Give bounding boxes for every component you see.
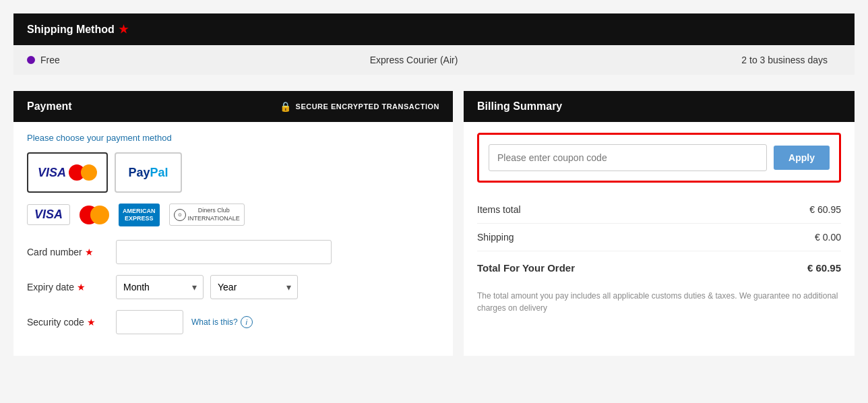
total-label: Total For Your Order: [477, 262, 575, 274]
what-is-this-text: What is this?: [191, 317, 238, 327]
billing-header: Billing Summary: [464, 91, 855, 122]
year-select[interactable]: Year 202420252026 2027202820292030: [210, 275, 298, 299]
lower-container: Payment 🔒 SECURE ENCRYPTED TRANSACTION P…: [13, 91, 855, 356]
card-req-star: ★: [85, 247, 94, 257]
shipping-type: Free: [40, 55, 60, 65]
billing-body: Apply Items total € 60.95 Shipping € 0.0…: [464, 122, 855, 325]
billing-shipping-value: € 0.00: [815, 232, 841, 243]
radio-dot: [27, 56, 35, 64]
expiry-label: Expiry date ★: [27, 282, 108, 292]
lock-icon: 🔒: [280, 101, 292, 112]
security-code-row: Security code ★ What is this? i: [27, 310, 439, 334]
security-code-input[interactable]: [116, 310, 183, 334]
visa-mc-logo: VISA: [38, 164, 97, 181]
shipping-title: Shipping Method: [27, 24, 115, 36]
items-total-row: Items total € 60.95: [477, 196, 841, 224]
security-label: Security code ★: [27, 317, 108, 328]
coupon-input[interactable]: [489, 144, 767, 171]
payment-header: Payment 🔒 SECURE ENCRYPTED TRANSACTION: [13, 91, 453, 122]
billing-shipping-row: Shipping € 0.00: [477, 224, 841, 251]
shipping-radio-label[interactable]: Free: [27, 55, 189, 65]
paypal-option[interactable]: PayPal: [115, 152, 182, 193]
items-total-label: Items total: [477, 204, 521, 215]
secure-badge: 🔒 SECURE ENCRYPTED TRANSACTION: [280, 101, 439, 112]
expiry-req-star: ★: [77, 282, 86, 292]
total-value: € 60.95: [807, 262, 841, 274]
payment-section: Payment 🔒 SECURE ENCRYPTED TRANSACTION P…: [13, 91, 453, 356]
info-icon: i: [241, 316, 253, 328]
what-is-this-link[interactable]: What is this? i: [191, 316, 253, 328]
shipping-row: Free Express Courier (Air) 2 to 3 busine…: [13, 45, 855, 75]
paypal-pay: Pay: [128, 166, 150, 179]
billing-shipping-label: Shipping: [477, 232, 514, 243]
card-number-label: Card number ★: [27, 247, 108, 257]
shipping-section: Shipping Method ★ Free Express Courier (…: [13, 13, 855, 75]
diners-logo: ⊙ Diners ClubINTERNATIONALE: [169, 204, 245, 226]
card-number-row: Card number ★: [27, 240, 439, 264]
visa-text: VISA: [38, 166, 66, 180]
security-req-star: ★: [87, 317, 96, 328]
month-wrapper: Month JanuaryFebruaryMarch AprilMayJune …: [116, 275, 204, 299]
payment-body: Please choose your payment method VISA P…: [13, 122, 453, 356]
shipping-courier: Express Courier (Air): [189, 55, 639, 65]
card-logos-row: VISA AMERICANEXPRESS ⊙ Diners ClubINTERN…: [27, 204, 439, 226]
mastercard-logo: [80, 206, 109, 224]
shipping-days: 2 to 3 business days: [639, 55, 841, 65]
expiry-selects: Month JanuaryFebruaryMarch AprilMayJune …: [116, 275, 298, 299]
coupon-area: Apply: [477, 133, 841, 183]
year-wrapper: Year 202420252026 2027202820292030: [210, 275, 298, 299]
month-select[interactable]: Month JanuaryFebruaryMarch AprilMayJune …: [116, 275, 204, 299]
visa-mc-option[interactable]: VISA: [27, 152, 108, 193]
shipping-header: Shipping Method ★: [13, 13, 855, 45]
page-wrapper: Shipping Method ★ Free Express Courier (…: [0, 0, 868, 403]
security-row: What is this? i: [116, 310, 253, 334]
paypal-logo: PayPal: [128, 166, 168, 180]
visa-logo: VISA: [27, 204, 70, 225]
payment-card-select: VISA PayPal: [27, 152, 439, 193]
payment-title: Payment: [27, 100, 72, 113]
apply-button[interactable]: Apply: [774, 146, 830, 170]
total-row: Total For Your Order € 60.95: [477, 251, 841, 282]
amex-logo: AMERICANEXPRESS: [119, 204, 160, 226]
billing-disclaimer: The total amount you pay includes all ap…: [477, 290, 841, 314]
card-number-input[interactable]: [116, 240, 332, 264]
secure-label: SECURE ENCRYPTED TRANSACTION: [296, 102, 439, 111]
items-total-value: € 60.95: [809, 204, 841, 215]
billing-title: Billing Summary: [477, 100, 562, 112]
billing-section: Billing Summary Apply Items total € 60.9…: [464, 91, 855, 356]
paypal-pal: Pal: [150, 166, 168, 179]
mc-circle-right: [81, 164, 97, 181]
shipping-required-star: ★: [119, 23, 128, 36]
expiry-date-row: Expiry date ★ Month JanuaryFebruaryMarch…: [27, 275, 439, 299]
payment-choose-text: Please choose your payment method: [27, 133, 439, 143]
